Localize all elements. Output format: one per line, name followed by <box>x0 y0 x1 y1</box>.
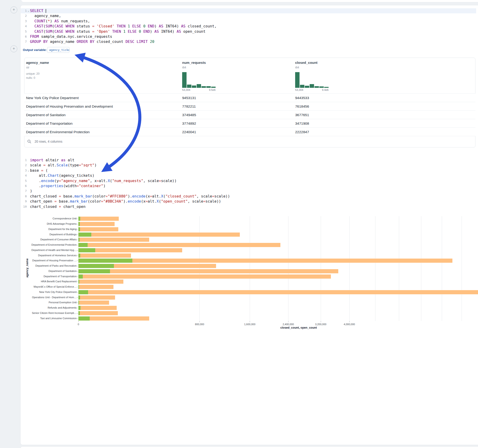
code-line[interactable]: 7) <box>21 188 476 193</box>
previous-cell-edge <box>21 0 478 2</box>
code-line[interactable]: 4 alt.Chart(agency_tickets) <box>21 173 476 178</box>
line-number: 2 <box>21 163 27 168</box>
next-cell-edge <box>20 446 478 448</box>
line-number: 1 <box>21 158 27 163</box>
table-footer-divider <box>24 136 475 136</box>
histogram-bar <box>305 86 309 88</box>
chart-y-axis-title: agency_name <box>25 259 29 278</box>
table-row[interactable]: Department of Environmental Protection22… <box>24 127 475 136</box>
search-icon[interactable] <box>27 139 31 143</box>
line-number: 9 <box>21 199 27 204</box>
code-line[interactable]: 9chart_open = base.mark_bar(color="#8BC3… <box>21 199 476 204</box>
code-text: CAST(SUM(CASE WHEN status = 'Closed' THE… <box>30 24 216 29</box>
fold-chevron-icon[interactable]: ⌄ <box>27 168 30 173</box>
table-cell: 9443533 <box>295 93 309 102</box>
table-cell: 9453131 <box>182 93 196 102</box>
code-text: .encode(y="agency_name", x=alt.X("num_re… <box>30 178 177 183</box>
histogram-bar <box>187 85 191 88</box>
histogram-bar <box>300 85 304 88</box>
table-row[interactable]: Department of Transportation377489234719… <box>24 119 475 127</box>
column-header-num-requests[interactable]: num_requests <box>182 61 206 64</box>
code-line[interactable]: 8chart_closed = base.mark_bar(color="#FF… <box>21 194 476 199</box>
code-text: agency_name, <box>30 13 61 19</box>
table-cell: Department of Housing Preservation and D… <box>26 102 113 111</box>
add-cell-button[interactable]: + <box>10 6 17 13</box>
line-number: 4 <box>21 24 27 29</box>
code-text: ) <box>30 188 32 193</box>
histogram-bar <box>310 84 314 88</box>
table-cell: 3774892 <box>182 119 196 128</box>
line-number: 2 <box>21 13 27 19</box>
code-text: chart_open = base.mark_bar(color="#8BC34… <box>30 199 221 204</box>
table-cell: 2240041 <box>182 128 196 136</box>
column-type: str <box>26 66 29 69</box>
histogram-bar <box>206 86 211 88</box>
table-cell: Department of Environmental Protection <box>26 128 90 136</box>
code-text: SELECT <box>30 8 46 13</box>
fold-chevron-icon[interactable]: ⌄ <box>27 8 30 13</box>
table-cell: 3677651 <box>295 111 309 119</box>
table-row[interactable]: New York City Police Department945313194… <box>24 93 475 102</box>
column-meta-unique: unique: 20 <box>26 72 39 75</box>
code-text: base = ( <box>30 168 48 173</box>
histogram-bar <box>182 72 187 88</box>
code-text: import altair as alt <box>30 158 75 163</box>
line-number: 3 <box>21 168 27 173</box>
code-line[interactable]: 3⌄base = ( <box>21 168 476 173</box>
table-row-count: 20 rows, 4 columns <box>35 140 63 143</box>
table-cell: 3749485 <box>182 111 196 119</box>
column-type: i64 <box>295 66 299 69</box>
table-cell: New York City Police Department <box>26 93 79 102</box>
code-line[interactable]: 1⌄SELECT <box>21 8 476 13</box>
line-number: 7 <box>21 39 27 44</box>
column-histogram <box>295 72 329 88</box>
add-cell-button[interactable]: + <box>10 45 17 52</box>
code-text: alt.Chart(agency_tickets) <box>30 173 94 178</box>
code-line[interactable]: 3 COUNT(*) AS num_requests, <box>21 19 476 24</box>
histogram-min-label: 53,304 <box>295 88 303 91</box>
line-number: 6 <box>21 183 27 188</box>
column-header-closed-count[interactable]: closed_count <box>295 61 318 64</box>
code-line[interactable]: 5 .encode(y="agency_name", x=alt.X("num_… <box>21 178 476 183</box>
table-row[interactable]: Department of Sanitation37494853677651 <box>24 110 475 119</box>
line-number: 1 <box>21 8 27 13</box>
table-cell: 3471908 <box>295 119 309 128</box>
text-cursor <box>46 9 46 13</box>
table-row[interactable]: Department of Housing Preservation and D… <box>24 102 475 110</box>
code-line[interactable]: 6FROM sample_data.nyc.service_requests <box>21 34 476 39</box>
column-header-agency-name[interactable]: agency_name <box>26 61 49 64</box>
code-text: FROM sample_data.nyc.service_requests <box>30 34 112 39</box>
line-number: 5 <box>21 29 27 34</box>
output-variable-pill[interactable]: agency_tickets <box>47 47 69 53</box>
histogram-bar <box>319 87 324 88</box>
line-number: 6 <box>21 34 27 39</box>
code-line[interactable]: 2 agency_name, <box>21 13 476 19</box>
output-variable-label: Output variable: <box>23 48 47 52</box>
code-text: GROUP BY agency_name ORDER BY closed_cou… <box>30 39 154 44</box>
histogram-bar <box>197 84 201 88</box>
code-line[interactable]: 4 CAST(SUM(CASE WHEN status = 'Closed' T… <box>21 24 476 29</box>
table-cell: Department of Sanitation <box>26 111 65 119</box>
code-text: scale = alt.Scale(type="sqrt") <box>30 163 97 168</box>
histogram-bar <box>295 72 300 88</box>
line-number: 4 <box>21 173 27 178</box>
code-line[interactable]: 1import altair as alt <box>21 158 476 163</box>
code-line[interactable]: 2scale = alt.Scale(type="sqrt") <box>21 163 476 168</box>
histogram-bar <box>314 86 319 88</box>
line-number: 10 <box>21 204 27 209</box>
code-line[interactable]: 6 .properties(width="container") <box>21 183 476 188</box>
line-number: 7 <box>21 188 27 193</box>
table-body: New York City Police Department945313194… <box>24 93 475 136</box>
chart-x-axis-title: closed_count, open_count <box>280 326 317 329</box>
code-line[interactable]: 10chart_closed + chart_open <box>21 204 476 209</box>
code-text: chart_closed + chart_open <box>30 204 86 209</box>
column-meta-nulls: nulls: 0 <box>26 76 35 80</box>
code-line[interactable]: 7GROUP BY agency_name ORDER BY closed_co… <box>21 39 476 44</box>
line-number: 5 <box>21 178 27 183</box>
sql-editor[interactable]: 1⌄SELECT 2 agency_name,3 COUNT(*) AS num… <box>21 8 476 44</box>
code-line[interactable]: 5 CAST(SUM(CASE WHEN status = 'Open' THE… <box>21 29 476 34</box>
line-number: 8 <box>21 194 27 199</box>
column-type: i64 <box>182 66 186 69</box>
table-cell: 2222847 <box>295 128 309 136</box>
python-editor[interactable]: 1import altair as alt2scale = alt.Scale(… <box>21 158 476 209</box>
